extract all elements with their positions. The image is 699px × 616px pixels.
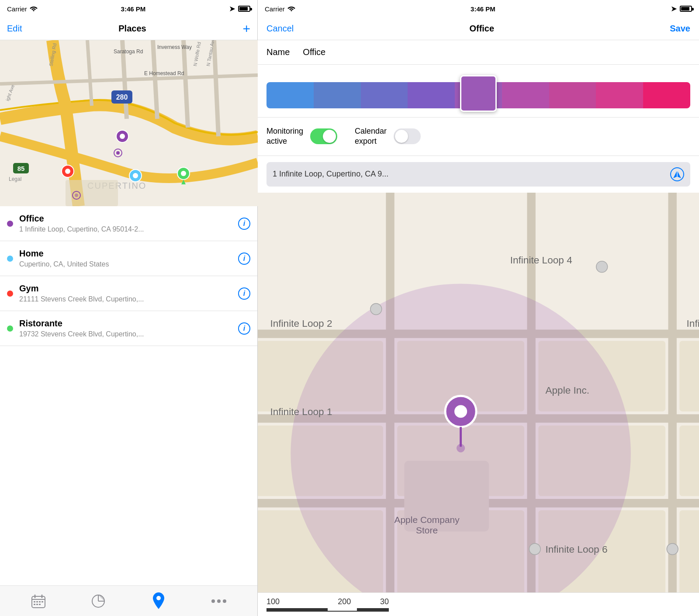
svg-point-74 <box>454 405 467 418</box>
svg-point-19 <box>116 151 120 155</box>
gym-name: Gym <box>19 284 234 294</box>
svg-point-42 <box>156 596 161 600</box>
color-swatch-0[interactable] <box>266 82 314 108</box>
svg-text:Inverness Way: Inverness Way <box>157 44 192 50</box>
left-carrier: Carrier <box>7 5 27 13</box>
ristorante-dot <box>7 325 13 332</box>
edit-button[interactable]: Edit <box>7 24 22 34</box>
svg-point-79 <box>529 543 540 555</box>
right-battery-icon <box>680 6 692 12</box>
svg-point-27 <box>75 194 78 197</box>
right-status-bar: Carrier 3:46 PM ➤ <box>258 0 699 17</box>
svg-rect-58 <box>679 341 699 412</box>
svg-rect-34 <box>39 601 41 602</box>
list-item[interactable]: Home Cupertino, CA, United States i <box>0 241 257 276</box>
svg-text:Apple Inc.: Apple Inc. <box>545 385 589 396</box>
right-time: 3:46 PM <box>471 5 495 13</box>
office-address: 1 Infinite Loop, Cupertino, CA 95014-2..… <box>19 225 234 233</box>
svg-text:Infinite Loop 5: Infinite Loop 5 <box>687 318 699 329</box>
scale-0: 100 <box>266 597 280 606</box>
color-swatch-1[interactable] <box>314 82 361 108</box>
ristorante-info: Ristorante 19732 Stevens Creek Blvd, Cup… <box>19 318 234 338</box>
left-status-right: ➤ <box>229 4 250 14</box>
address-text: 1 Infinite Loop, Cupertino, CA 9... <box>273 170 666 179</box>
list-item[interactable]: Ristorante 19732 Stevens Creek Blvd, Cup… <box>0 311 257 346</box>
svg-rect-32 <box>34 601 35 602</box>
color-swatch-2[interactable] <box>361 82 408 108</box>
left-nav-bar: Edit Places + <box>0 17 257 40</box>
gym-info-button[interactable]: i <box>238 287 250 300</box>
svg-point-21 <box>133 173 138 178</box>
dot-3 <box>223 599 226 603</box>
monitoring-toggle-group: Monitoringactive <box>266 126 337 147</box>
gym-info: Gym 21111 Stevens Creek Blvd, Cupertino,… <box>19 284 234 303</box>
color-swatch-5[interactable] <box>502 82 549 108</box>
svg-rect-33 <box>36 601 38 602</box>
svg-rect-38 <box>39 604 41 605</box>
home-info-button[interactable]: i <box>238 253 250 265</box>
home-dot <box>7 256 13 262</box>
tab-calendar[interactable] <box>31 594 46 609</box>
svg-rect-37 <box>36 604 38 605</box>
svg-point-25 <box>65 169 70 174</box>
place-list: Office 1 Infinite Loop, Cupertino, CA 95… <box>0 206 257 585</box>
color-swatch-6[interactable] <box>549 82 596 108</box>
scale-200: 200 <box>338 597 351 606</box>
svg-text:Infinite Loop 4: Infinite Loop 4 <box>510 254 572 265</box>
color-selected-indicator <box>460 75 497 112</box>
svg-rect-59 <box>679 426 699 496</box>
location-navigate-button[interactable] <box>670 167 684 181</box>
save-button[interactable]: Save <box>670 24 690 34</box>
svg-text:Infinite Loop 6: Infinite Loop 6 <box>545 544 607 555</box>
address-bar: 1 Infinite Loop, Cupertino, CA 9... <box>266 162 690 187</box>
svg-text:Infinite Loop 2: Infinite Loop 2 <box>270 318 332 329</box>
list-item[interactable]: Office 1 Infinite Loop, Cupertino, CA 95… <box>0 206 257 241</box>
svg-point-81 <box>667 543 678 555</box>
right-status-left: Carrier <box>265 5 295 13</box>
right-nav-bar: Cancel Office Save <box>258 17 699 40</box>
color-swatch-8[interactable] <box>643 82 690 108</box>
home-info: Home Cupertino, CA, United States <box>19 249 234 268</box>
right-status-right: ➤ <box>671 4 692 14</box>
calendar-export-label: Calendarexport <box>355 126 387 147</box>
location-icon <box>151 592 166 610</box>
office-dot <box>7 221 13 227</box>
color-swatch-7[interactable] <box>596 82 643 108</box>
color-strip[interactable] <box>266 82 690 108</box>
office-info-button[interactable]: i <box>238 218 250 230</box>
left-nav-arrow-icon: ➤ <box>229 4 235 14</box>
legal-label: Legal <box>9 176 21 182</box>
tab-more[interactable] <box>211 599 226 603</box>
name-field-value[interactable]: Office <box>303 47 325 57</box>
tab-location[interactable] <box>151 592 166 610</box>
list-item[interactable]: Gym 21111 Stevens Creek Blvd, Cupertino,… <box>0 276 257 311</box>
scale-tick-bar <box>266 608 389 612</box>
gym-dot <box>7 291 13 297</box>
ristorante-info-button[interactable]: i <box>238 322 250 335</box>
monitoring-label: Monitoringactive <box>266 126 303 147</box>
cancel-button[interactable]: Cancel <box>266 24 294 34</box>
pie-chart-icon <box>91 594 106 609</box>
color-swatch-3[interactable] <box>408 82 455 108</box>
highway-85-badge: 85 <box>13 163 29 173</box>
tab-chart[interactable] <box>91 594 106 609</box>
monitoring-toggle[interactable] <box>310 128 337 144</box>
add-place-button[interactable]: + <box>242 22 250 35</box>
left-panel: Carrier 3:46 PM ➤ Edit Places + <box>0 0 258 616</box>
svg-text:Saratoga Rd: Saratoga Rd <box>114 48 143 55</box>
calendar-export-toggle-group: Calendarexport <box>355 126 421 147</box>
places-title: Places <box>118 24 146 34</box>
svg-text:Infinite Loop 1: Infinite Loop 1 <box>270 406 332 417</box>
ristorante-address: 19732 Stevens Creek Blvd, Cupertino,... <box>19 330 234 338</box>
tab-bar <box>0 585 257 616</box>
scale-filled-2 <box>358 608 388 611</box>
svg-point-23 <box>181 171 186 176</box>
navigate-icon <box>673 170 681 178</box>
left-status-left: Carrier <box>7 5 38 13</box>
scale-empty-1 <box>328 608 358 611</box>
ristorante-name: Ristorante <box>19 318 234 329</box>
scale-filled <box>267 608 328 611</box>
left-status-bar: Carrier 3:46 PM ➤ <box>0 0 257 17</box>
home-address: Cupertino, CA, United States <box>19 260 234 268</box>
calendar-export-toggle[interactable] <box>394 128 421 144</box>
